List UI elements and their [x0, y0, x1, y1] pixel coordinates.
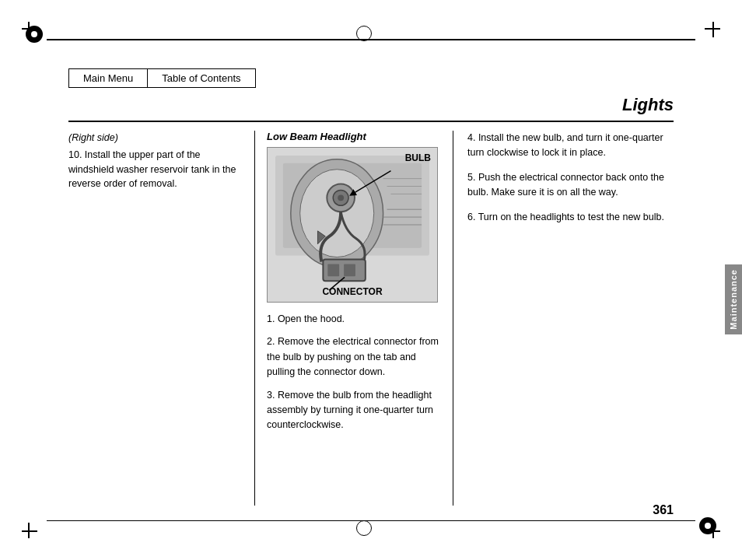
svg-rect-10: [327, 264, 339, 276]
step-6: 6. Turn on the headlights to test the ne…: [467, 210, 674, 225]
page-number: 361: [653, 503, 674, 517]
toc-button[interactable]: Table of Contents: [147, 68, 255, 88]
svg-point-7: [338, 194, 344, 201]
title-rule: [68, 121, 674, 122]
step-10: 10. Install the upper part of the windsh…: [68, 148, 239, 191]
svg-rect-11: [344, 264, 355, 276]
step-1: 1. Open the hood.: [267, 312, 441, 327]
crosshair-bc: [355, 520, 371, 535]
nav-bar: Main Menu Table of Contents: [68, 68, 256, 88]
headlight-diagram: BULB: [267, 147, 438, 303]
footer-rule: [47, 520, 695, 522]
center-steps: 1. Open the hood. 2. Remove the electric…: [267, 312, 441, 433]
right-steps: 4. Install the new bulb, and turn it one…: [467, 131, 674, 225]
corner-mark-bl: [22, 515, 45, 538]
step-5: 5. Push the electrical connector back on…: [467, 170, 674, 201]
right-side-label: (Right side): [68, 131, 239, 145]
step-2: 2. Remove the electrical connector from …: [267, 334, 441, 380]
bulb-label: BULB: [405, 152, 431, 163]
header-rule: [47, 39, 695, 40]
corner-mark-tr: [697, 22, 720, 45]
main-menu-button[interactable]: Main Menu: [68, 68, 147, 88]
maintenance-tab: Maintenance: [725, 264, 742, 334]
diagram-title: Low Beam Headlight: [267, 131, 441, 142]
registration-mark-br: [699, 517, 716, 534]
center-column: Low Beam Headlight BULB: [255, 131, 453, 506]
page-title: Lights: [622, 95, 674, 115]
crosshair-tc: [355, 25, 371, 40]
maintenance-label: Maintenance: [729, 269, 738, 330]
right-column: 4. Install the new bulb, and turn it one…: [453, 131, 674, 506]
step-4: 4. Install the new bulb, and turn it one…: [467, 131, 674, 161]
left-text-block: (Right side) 10. Install the upper part …: [68, 131, 239, 191]
headlight-svg: [268, 148, 437, 302]
step-3: 3. Remove the bulb from the headlight as…: [267, 388, 441, 433]
main-content: (Right side) 10. Install the upper part …: [68, 131, 674, 506]
left-column: (Right side) 10. Install the upper part …: [68, 131, 255, 506]
connector-label: CONNECTOR: [322, 286, 382, 297]
registration-mark-tl: [26, 26, 43, 43]
